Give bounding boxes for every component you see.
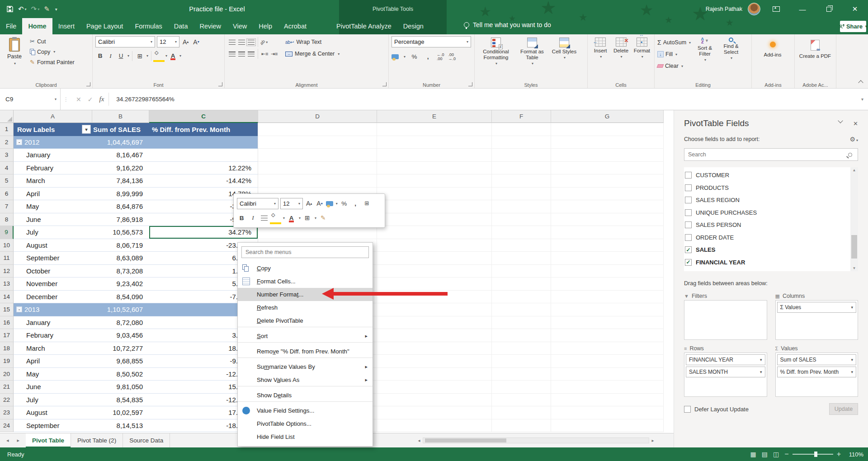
increase-decimal-icon[interactable]: ←.0.00 [437,53,444,61]
empty-cell[interactable] [492,368,551,381]
empty-cell[interactable] [377,239,492,252]
empty-cell[interactable] [377,394,492,407]
row-label-cell[interactable]: March [14,174,92,188]
sales-value-cell[interactable]: 8,54,090 [92,291,149,304]
sales-value-cell[interactable]: 1,10,52,607 [92,303,149,316]
ribbon-display-options-icon[interactable] [766,0,787,18]
align-bottom-icon[interactable] [248,40,255,45]
row-number[interactable]: 5 [0,174,14,188]
row-number[interactable]: 10 [0,239,14,252]
row-labels-header-cell[interactable]: Row Labels ▾ [14,123,92,136]
insert-function-icon[interactable]: fx [99,95,104,103]
field-checkbox[interactable] [685,184,692,191]
ribbon-tab[interactable]: Page Layout [80,18,129,34]
accounting-format-icon[interactable] [392,54,399,59]
font-family-select[interactable]: Calibri▾ [95,36,155,47]
autosum-button[interactable]: ΣAutoSum▾ [657,37,691,48]
merge-icon[interactable]: ⊞ [362,198,372,209]
increase-font-icon[interactable]: A▴ [181,38,190,46]
menu-item[interactable]: Value Field Settings... [238,404,373,417]
menu-item[interactable]: Format Cells... [238,275,373,288]
column-header[interactable]: E [377,110,492,123]
row-number[interactable]: 15 [0,303,14,316]
select-all-corner[interactable] [0,110,14,123]
empty-cell[interactable] [258,162,377,175]
empty-cell[interactable] [377,200,492,213]
sales-value-cell[interactable]: 7,84,136 [92,174,149,188]
horizontal-scrollbar[interactable]: ◂ ▸ [415,437,656,444]
row-label-cell[interactable]: September [14,252,92,265]
empty-cell[interactable] [377,355,492,368]
menu-search-input[interactable] [242,249,368,255]
row-number[interactable]: 13 [0,278,14,291]
comma-style-icon[interactable]: , [351,198,360,209]
cancel-icon[interactable]: ✕ [76,96,81,103]
empty-cell[interactable] [258,226,377,239]
empty-cell[interactable] [258,149,377,162]
empty-cell[interactable] [377,368,492,381]
bold-button[interactable]: B [237,213,246,223]
cut-button[interactable]: ✂Cut [30,36,75,47]
empty-cell[interactable] [551,303,664,316]
field-chip[interactable]: SALES MONTH▾ [686,367,765,377]
empty-cell[interactable] [551,252,664,265]
pct-diff-header-cell[interactable]: % Diff. from Prev. Month [149,123,258,136]
field-chip[interactable]: % Diff. from Prev. Month▾ [777,367,857,377]
delete-cells-button[interactable]: Delete ▾ [610,36,631,81]
zoom-level[interactable]: 110% [846,451,863,458]
sheet-nav-left-icon[interactable]: ◂ [6,437,9,443]
fields-search-box[interactable] [684,148,858,161]
comma-style-icon[interactable]: , [423,52,433,62]
sales-value-cell[interactable]: 9,23,402 [92,278,149,291]
ribbon-tab[interactable]: Help [253,18,278,34]
field-checkbox[interactable] [685,172,692,179]
empty-cell[interactable] [377,342,492,355]
collapse-button[interactable]: - [16,139,22,145]
percent-style-icon[interactable]: % [340,198,349,209]
zoom-slider[interactable]: − + [784,450,841,458]
minimize-button[interactable]: — [792,0,813,18]
align-middle-icon[interactable] [238,40,245,45]
sheet-tab[interactable]: Source Data [123,433,170,447]
alignment-dialog-launcher-icon[interactable] [382,82,387,86]
row-number[interactable]: 9 [0,226,14,239]
row-label-cell[interactable]: February [14,329,92,342]
column-header[interactable]: F [492,110,551,123]
pct-value-cell[interactable]: 12.22% [149,162,258,175]
row-number[interactable]: 20 [0,368,14,381]
row-number[interactable]: 19 [0,355,14,368]
empty-cell[interactable] [551,368,664,381]
expand-formula-bar-icon[interactable]: ▾ [861,97,863,102]
empty-cell[interactable] [551,123,664,136]
empty-cell[interactable] [492,394,551,407]
cell-styles-button[interactable]: Cell Styles ▾ [550,36,579,81]
pane-close-icon[interactable]: ✕ [853,120,858,127]
empty-cell[interactable] [492,252,551,265]
pct-value-cell[interactable] [149,149,258,162]
empty-cell[interactable] [551,355,664,368]
empty-cell[interactable] [551,200,664,213]
number-dialog-launcher-icon[interactable] [468,82,472,86]
sheet-tab[interactable]: Pivot Table [26,433,71,447]
row-label-cell[interactable]: November [14,278,92,291]
paste-button[interactable]: Paste ▾ [3,36,26,81]
avatar[interactable] [748,3,760,15]
rows-area[interactable]: FINANCIAL YEAR▾SALES MONTH▾ [684,353,767,397]
scroll-left-icon[interactable]: ◂ [415,438,423,443]
ribbon-tab[interactable]: PivotTable Analyze [330,18,397,34]
menu-item[interactable]: Sort [238,329,373,343]
row-number[interactable]: 16 [0,316,14,329]
empty-cell[interactable] [377,136,492,149]
empty-cell[interactable] [492,188,551,201]
borders-icon[interactable]: ⊞ [135,51,145,61]
empty-cell[interactable] [551,278,664,291]
empty-cell[interactable] [492,226,551,239]
empty-cell[interactable] [377,213,492,226]
ribbon-tab[interactable]: Acrobat [278,18,312,34]
fill-button[interactable]: ↓Fill▾ [657,49,691,60]
row-number[interactable]: 12 [0,265,14,278]
wrap-text-button[interactable]: ab↩Wrap Text [285,36,340,48]
defer-layout-update[interactable]: Defer Layout Update [684,406,749,413]
formula-input[interactable]: 34.2672298765564% [109,96,174,103]
sales-value-cell[interactable]: 8,06,719 [92,239,149,252]
